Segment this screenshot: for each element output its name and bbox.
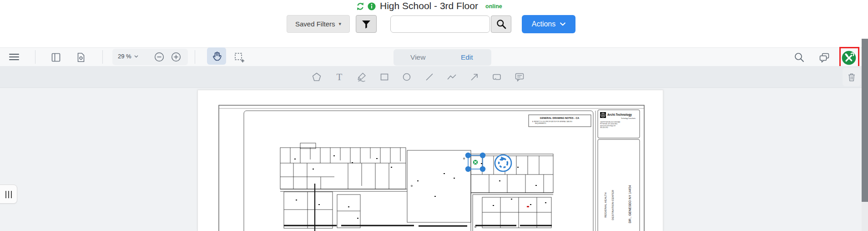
left-panel-handle[interactable] — [0, 185, 17, 204]
zoom-in-button[interactable] — [171, 52, 181, 62]
view-edit-toggle: View Edit — [394, 49, 491, 66]
equipment-tools-button[interactable] — [842, 51, 856, 65]
grip-bar — [8, 191, 9, 198]
app-window: High School - 3rd Floor online Saved Fil… — [0, 0, 868, 231]
chevron-down-icon — [560, 22, 565, 26]
cloud-tool-button[interactable] — [491, 72, 502, 82]
rectangle-tool-button[interactable] — [379, 72, 390, 82]
comments-icon — [818, 52, 830, 64]
drawing-canvas[interactable]: GENERAL DRAWING NOTES - CA A. REFER TO G… — [0, 88, 868, 231]
polyline-tool-button[interactable] — [446, 72, 457, 82]
ellipse-tool-button[interactable] — [401, 72, 412, 82]
saved-filters-dropdown[interactable]: Saved Filters ▾ — [287, 15, 350, 33]
svg-text:REQUIREMENTS.: REQUIREMENTS. — [535, 123, 546, 124]
loading-spinner — [495, 155, 511, 171]
tab-view[interactable]: View — [394, 49, 443, 66]
tab-edit[interactable]: Edit — [443, 49, 492, 66]
floor-plan — [280, 143, 553, 231]
svg-text:Archi-Technology: Archi-Technology — [607, 113, 632, 117]
grip-bar — [5, 191, 6, 198]
resize-handle-sw — [465, 166, 471, 172]
hamburger-icon — [9, 53, 19, 61]
svg-text:DR., GENESEO NY 14454: DR., GENESEO NY 14454 — [628, 185, 631, 223]
annotation-toolbar: T — [0, 66, 868, 88]
chevron-down-icon: ▾ — [339, 21, 342, 27]
line-icon — [424, 72, 435, 82]
red-plan-marker — [527, 206, 529, 207]
magnifier-icon — [496, 19, 507, 30]
marquee-select-icon — [233, 51, 245, 63]
zoom-level: 29 % — [118, 53, 131, 60]
page-title: High School - 3rd Floor — [380, 0, 478, 11]
circle-icon — [401, 72, 412, 82]
document-gear-icon — [76, 52, 86, 63]
filter-button[interactable] — [356, 15, 377, 33]
vertical-scrollbar[interactable] — [862, 39, 868, 231]
resize-handle-ne — [480, 153, 485, 158]
divider — [35, 50, 35, 64]
pentagon-icon — [311, 72, 322, 82]
resize-handle-nw — [465, 153, 471, 158]
status-badge: online — [485, 3, 502, 10]
arrow-icon — [469, 72, 480, 82]
refresh-icon[interactable] — [356, 2, 365, 11]
comments-button[interactable] — [818, 52, 830, 64]
hand-icon — [211, 51, 222, 62]
divider — [102, 50, 103, 64]
actions-button[interactable]: Actions — [522, 15, 575, 33]
viewer-toolbar: 29 % — [0, 47, 868, 66]
pen-tool-button[interactable] — [356, 72, 367, 82]
text-icon: T — [334, 72, 345, 82]
zoom-controls: 29 % — [112, 49, 188, 65]
marquee-select-button[interactable] — [233, 51, 245, 63]
grip-bar — [11, 191, 12, 198]
svg-text:T: T — [337, 72, 343, 82]
polyline-icon — [446, 72, 457, 82]
svg-text:DESTINATION CENTER: DESTINATION CENTER — [611, 190, 614, 220]
resize-handle-se — [480, 166, 485, 172]
search-icon — [793, 51, 805, 63]
plus-circle-icon — [171, 52, 181, 62]
header: High School - 3rd Floor online Saved Fil… — [0, 0, 868, 47]
funnel-icon — [361, 19, 372, 30]
polygon-tool-button[interactable] — [311, 72, 322, 82]
trash-icon — [846, 72, 857, 82]
minus-circle-icon — [154, 52, 164, 62]
delete-annotation-button[interactable] — [843, 68, 861, 86]
side-panel-icon — [50, 52, 61, 63]
svg-text:GENERAL DRAWING NOTES - CA: GENERAL DRAWING NOTES - CA — [540, 117, 580, 119]
search-button[interactable] — [491, 15, 511, 33]
arrow-tool-button[interactable] — [469, 72, 480, 82]
scrollbar-thumb[interactable] — [862, 39, 868, 202]
pen-icon — [356, 72, 367, 82]
zoom-out-button[interactable] — [154, 52, 164, 62]
text-tool-button[interactable]: T — [334, 72, 345, 82]
divider — [195, 50, 195, 64]
general-notes-block: GENERAL DRAWING NOTES - CA A. REFER TO G… — [529, 115, 591, 127]
chevron-down-icon — [134, 55, 138, 58]
selected-annotation[interactable] — [465, 153, 485, 172]
line-tool-button[interactable] — [424, 72, 435, 82]
comment-bubble-icon — [514, 72, 525, 82]
menu-button[interactable] — [9, 53, 19, 61]
drawing-page[interactable]: GENERAL DRAWING NOTES - CA A. REFER TO G… — [197, 90, 663, 231]
page-settings-button[interactable] — [76, 52, 86, 63]
crossed-tools-icon — [842, 51, 856, 65]
pan-tool-button-active[interactable] — [207, 47, 226, 65]
rectangle-icon — [379, 72, 390, 82]
comment-tool-button[interactable] — [514, 72, 525, 82]
search-drawing-button[interactable] — [793, 51, 805, 63]
floor-plan-sheet: GENERAL DRAWING NOTES - CA A. REFER TO G… — [198, 90, 664, 231]
search-input[interactable] — [390, 15, 490, 33]
svg-text:REGIONAL HEALTH: REGIONAL HEALTH — [604, 192, 607, 218]
cloud-rect-icon — [491, 72, 502, 82]
svg-text:585.424.1952: 585.424.1952 — [600, 127, 608, 128]
saved-filters-label: Saved Filters — [295, 20, 335, 28]
info-icon[interactable] — [367, 2, 376, 11]
sidebar-panel-button[interactable] — [50, 52, 61, 63]
title-block: Archi-Technology Technology Consultants … — [598, 110, 640, 231]
zoom-level-dropdown[interactable]: 29 % — [118, 53, 138, 60]
actions-label: Actions — [532, 20, 555, 28]
svg-text:Technology Consultants: Technology Consultants — [621, 118, 636, 119]
